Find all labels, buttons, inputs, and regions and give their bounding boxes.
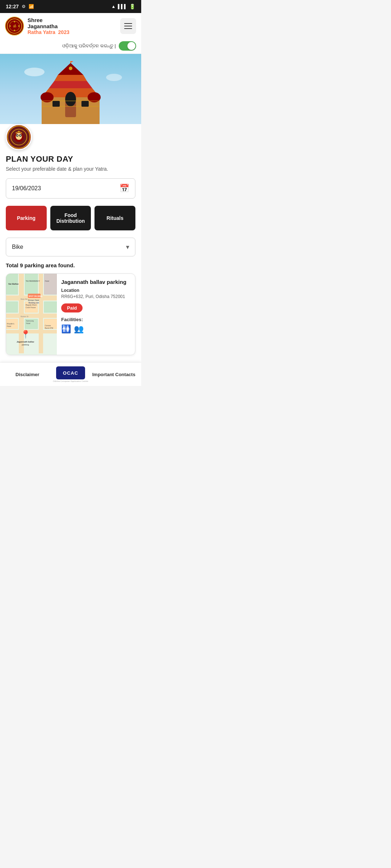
- status-time: 12:27: [6, 4, 19, 9]
- date-input-field[interactable]: 19/06/2023 📅: [6, 178, 135, 199]
- plan-subtitle: Select your preferable date & plan your …: [6, 166, 135, 172]
- svg-text:Cook House: Cook House: [26, 306, 36, 309]
- header-title-line3: Ratha Yatra 2023: [28, 29, 70, 35]
- ocac-logo-box: OCAC: [56, 366, 85, 379]
- ratha-yatra-text: Ratha Yatra: [28, 29, 55, 35]
- status-left: 12:27 ⚙ 📶: [6, 4, 34, 9]
- header-left: ॐ Shree Jagannatha Ratha Yatra 2023: [5, 17, 70, 35]
- hamburger-line-1: [124, 23, 132, 24]
- paid-badge: Paid: [61, 303, 83, 312]
- svg-text:Hotel: Hotel: [45, 280, 49, 282]
- app-logo: ॐ: [5, 17, 24, 35]
- svg-text:Bank ATM: Bank ATM: [45, 327, 53, 329]
- svg-text:TAJ RESIDENCY: TAJ RESIDENCY: [26, 280, 40, 282]
- svg-point-33: [18, 131, 20, 132]
- header-title-line1: Shree: [28, 17, 70, 23]
- status-bar: 12:27 ⚙ 📶 ▲ ▌▌▌ 🔋: [0, 0, 141, 13]
- svg-point-23: [24, 68, 45, 76]
- dropdown-arrow-icon: ▾: [126, 243, 129, 251]
- language-toggle-switch[interactable]: [119, 41, 136, 51]
- svg-point-31: [17, 135, 18, 136]
- important-contacts-nav-item[interactable]: Important Contacts: [92, 372, 135, 377]
- parking-count-text: Total 9 parking area found.: [6, 262, 135, 268]
- svg-point-24: [106, 74, 122, 81]
- disclaimer-nav-item[interactable]: Disclaimer: [6, 372, 49, 377]
- svg-rect-39: [39, 274, 43, 353]
- food-distribution-category-button[interactable]: Food Distribution: [50, 206, 91, 230]
- vehicle-dropdown[interactable]: Bike ▾: [6, 238, 135, 256]
- svg-point-4: [18, 25, 20, 27]
- svg-point-14: [65, 92, 76, 106]
- header: ॐ Shree Jagannatha Ratha Yatra 2023: [0, 13, 141, 39]
- svg-rect-42: [44, 274, 57, 294]
- ocac-text: OCAC: [63, 370, 78, 376]
- svg-rect-37: [6, 330, 57, 333]
- svg-text:Canara: Canara: [45, 324, 51, 327]
- language-toggle-row: ଓଡ଼ିଆକୁ ପରିବର୍ତ୍ତନ କରନ୍ତୁ |: [0, 39, 141, 54]
- profile-avatar: [6, 124, 32, 150]
- svg-text:Jagannath ballav: Jagannath ballav: [17, 341, 34, 343]
- people-facility-icon: 👥: [74, 324, 84, 334]
- svg-text:Samsung: Samsung: [26, 320, 34, 322]
- language-toggle-label: ଓଡ଼ିଆକୁ ପରିବର୍ତ୍ତନ କରନ୍ତୁ |: [62, 43, 116, 49]
- restroom-facility-icon: 🚻: [61, 324, 71, 334]
- svg-text:Khadim's: Khadim's: [7, 323, 14, 325]
- svg-point-12: [69, 67, 72, 70]
- date-value-display: 19/06/2023: [12, 185, 41, 192]
- svg-point-5: [14, 30, 15, 31]
- svg-marker-9: [49, 81, 92, 88]
- vehicle-dropdown-value: Bike: [12, 244, 23, 250]
- menu-button[interactable]: [120, 18, 136, 34]
- category-buttons-group: Parking Food Distribution Rituals: [6, 206, 135, 230]
- year-text: 2023: [58, 29, 70, 35]
- svg-point-6: [9, 25, 11, 27]
- battery-icon: 🔋: [129, 4, 135, 9]
- svg-rect-36: [6, 314, 57, 318]
- svg-rect-43: [6, 302, 18, 312]
- rituals-category-button[interactable]: Rituals: [94, 206, 135, 230]
- svg-text:ॐ: ॐ: [13, 24, 16, 28]
- svg-text:SPOT ON 29564: SPOT ON 29564: [29, 295, 42, 297]
- parking-address: RR6G+632, Puri, Odisha 752001: [61, 294, 131, 300]
- svg-text:📍: 📍: [21, 329, 31, 339]
- facilities-label: Facilities:: [61, 317, 131, 322]
- svg-text:Sai Ballav: Sai Ballav: [8, 283, 19, 285]
- parking-card-name: Jagannath ballav parking: [61, 279, 131, 285]
- header-title-line2: Jagannatha: [28, 23, 70, 29]
- svg-text:Bagala Dham: Bagala Dham: [26, 304, 37, 306]
- svg-rect-22: [81, 101, 89, 107]
- signal-icon: ▌▌▌: [118, 4, 127, 9]
- svg-marker-10: [54, 75, 87, 81]
- profile-avatar-section: [0, 124, 141, 150]
- svg-text:parking: parking: [22, 344, 29, 346]
- svg-text:Shriram Hotel: Shriram Hotel: [28, 299, 39, 301]
- svg-marker-16: [71, 61, 76, 63]
- status-right: ▲ ▌▌▌ 🔋: [112, 4, 135, 9]
- svg-rect-45: [44, 302, 57, 312]
- svg-text:Hotel: Hotel: [26, 322, 30, 324]
- svg-text:Hotel: Hotel: [7, 325, 11, 327]
- parking-category-button[interactable]: Parking: [6, 206, 47, 230]
- parking-info-panel: Jagannath ballav parking Location RR6G+6…: [57, 274, 135, 355]
- toggle-knob: [127, 42, 135, 50]
- bottom-navigation: Disclaimer OCAC Odisha Computer Applicat…: [0, 362, 141, 386]
- svg-rect-41: [25, 274, 38, 294]
- ocac-logo-nav[interactable]: OCAC Odisha Computer Application Centre: [49, 366, 92, 382]
- calendar-icon: 📅: [119, 184, 129, 193]
- svg-text:Booking.com: Booking.com: [29, 302, 39, 304]
- svg-text:Main Rd: Main Rd: [21, 298, 28, 300]
- hamburger-line-3: [124, 28, 132, 29]
- settings-status-icon: ⚙: [22, 4, 26, 9]
- sim-status-icon: 📶: [29, 4, 34, 9]
- hamburger-line-2: [124, 26, 132, 26]
- wifi-icon: ▲: [112, 4, 116, 9]
- svg-point-32: [20, 135, 21, 136]
- location-label: Location: [61, 288, 131, 293]
- parking-map-thumbnail: Sai Ballav TAJ RESIDENCY Hotel Bagala Dh…: [6, 274, 57, 355]
- facilities-icons-group: 🚻 👥: [61, 324, 131, 334]
- svg-point-3: [14, 21, 15, 22]
- parking-card: Sai Ballav TAJ RESIDENCY Hotel Bagala Dh…: [6, 273, 135, 355]
- svg-text:Market St: Market St: [21, 315, 29, 318]
- plan-your-day-title: PLAN YOUR DAY: [6, 154, 135, 164]
- ocac-subtitle: Odisha Computer Application Centre: [53, 380, 88, 382]
